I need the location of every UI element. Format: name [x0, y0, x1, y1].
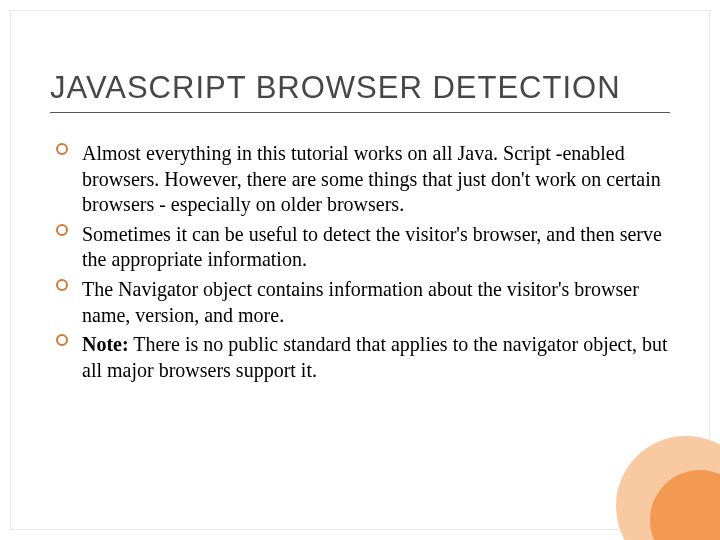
list-item: Sometimes it can be useful to detect the… — [56, 222, 670, 273]
note-label: Note: — [82, 333, 129, 355]
slide-container: JAVASCRIPT BROWSER DETECTION Almost ever… — [10, 10, 710, 530]
bullet-text: There is no public standard that applies… — [82, 333, 668, 381]
bullet-text: Almost everything in this tutorial works… — [82, 142, 661, 215]
list-item: Note: There is no public standard that a… — [56, 332, 670, 383]
bullet-list: Almost everything in this tutorial works… — [50, 141, 670, 383]
title-underline — [50, 112, 670, 113]
bullet-icon — [56, 143, 68, 155]
bullet-icon — [56, 334, 68, 346]
list-item: Almost everything in this tutorial works… — [56, 141, 670, 218]
list-item: The Navigator object contains informatio… — [56, 277, 670, 328]
bullet-icon — [56, 224, 68, 236]
bullet-text: The Navigator object contains informatio… — [82, 278, 639, 326]
bullet-text: Sometimes it can be useful to detect the… — [82, 223, 662, 271]
slide-title: JAVASCRIPT BROWSER DETECTION — [50, 70, 670, 106]
bullet-icon — [56, 279, 68, 291]
